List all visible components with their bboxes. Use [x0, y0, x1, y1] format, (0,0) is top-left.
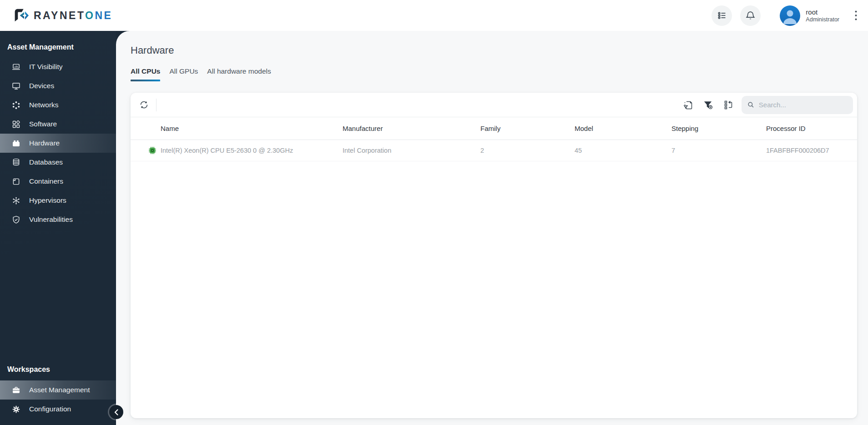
cell-family: 2 — [480, 147, 575, 154]
table-row[interactable]: Intel(R) Xeon(R) CPU E5-2630 0 @ 2.30GHz… — [131, 140, 857, 161]
cell-processor-id: 1FABFBFF000206D7 — [766, 147, 857, 154]
cell-manufacturer: Intel Corporation — [343, 147, 480, 154]
sidebar-collapse-button[interactable] — [109, 405, 123, 419]
workspace-item-asset-management[interactable]: Asset Management — [0, 380, 116, 400]
workspace-item-label: Asset Management — [29, 386, 90, 394]
column-chooser-button[interactable] — [720, 96, 737, 114]
notifications-button[interactable] — [740, 5, 761, 26]
grid-toolbar — [131, 93, 857, 117]
sidebar-item-hardware[interactable]: Hardware — [0, 134, 116, 153]
sidebar-item-label: Vulnerabilities — [29, 215, 73, 224]
sidebar-item-label: IT Visibility — [29, 63, 63, 71]
network-ring-icon — [11, 100, 21, 110]
filter-document-icon — [683, 100, 694, 110]
brand-word-primary: RAYNET — [34, 10, 85, 21]
column-header-family[interactable]: Family — [480, 125, 575, 132]
column-header-manufacturer[interactable]: Manufacturer — [343, 125, 480, 132]
person-icon — [780, 5, 800, 26]
briefcase-icon — [11, 385, 21, 395]
list-icon — [717, 10, 727, 21]
user-menu[interactable]: root Administrator — [780, 5, 839, 26]
hub-spokes-icon — [11, 195, 21, 205]
user-role: Administrator — [806, 16, 839, 23]
laptop-chart-icon — [11, 62, 21, 72]
sidebar-item-label: Hypervisors — [29, 196, 66, 205]
sidebar-item-software[interactable]: Software — [0, 115, 116, 134]
data-grid-card: Name Manufacturer Family Model Stepping … — [131, 93, 857, 418]
kebab-icon — [855, 10, 857, 20]
column-header-name[interactable]: Name — [161, 125, 343, 132]
brand-word-o: O — [85, 10, 95, 21]
sidebar-item-label: Software — [29, 120, 57, 128]
activity-list-button[interactable] — [712, 5, 732, 26]
search-box — [742, 96, 853, 114]
sidebar-item-containers[interactable]: Containers — [0, 172, 116, 191]
page-title: Hardware — [131, 45, 174, 56]
sidebar-item-vulnerabilities[interactable]: Vulnerabilities — [0, 210, 116, 229]
sidebar-item-label: Devices — [29, 82, 54, 90]
app-shell: Asset Management IT Visibility — [0, 31, 868, 425]
gear-icon — [11, 404, 21, 414]
column-header-model[interactable]: Model — [575, 125, 671, 132]
main-content: Hardware All CPUs All GPUs All hardware … — [116, 31, 868, 425]
sidebar-nav: IT Visibility Devices Ne — [0, 57, 116, 229]
refresh-button[interactable] — [135, 96, 152, 114]
tab-all-hardware-models[interactable]: All hardware models — [207, 67, 271, 80]
sidebar-item-label: Containers — [29, 177, 63, 185]
sidebar-item-label: Databases — [29, 158, 63, 166]
workspaces-section: Workspaces Asset Management — [0, 364, 116, 419]
sidebar-item-devices[interactable]: Devices — [0, 76, 116, 95]
column-header-stepping[interactable]: Stepping — [671, 125, 766, 132]
brand-wordmark: RAYNETONE — [34, 10, 112, 22]
cell-name: Intel(R) Xeon(R) CPU E5-2630 0 @ 2.30GHz — [161, 147, 343, 154]
cell-model: 45 — [575, 147, 671, 154]
table-header-row: Name Manufacturer Family Model Stepping … — [131, 117, 857, 140]
sidebar-item-hypervisors[interactable]: Hypervisors — [0, 191, 116, 210]
squares-diamond-icon — [11, 119, 21, 129]
chevron-left-icon — [114, 409, 118, 415]
hardware-case-icon — [11, 138, 21, 148]
cpu-chip-icon — [148, 146, 156, 155]
kebab-menu-button[interactable] — [853, 8, 859, 23]
topbar: RAYNETONE root Adm — [0, 0, 868, 31]
column-chooser-icon — [723, 100, 734, 110]
clear-filter-button[interactable] — [700, 96, 717, 114]
shield-check-icon — [11, 215, 21, 225]
sidebar-item-databases[interactable]: Databases — [0, 153, 116, 172]
sidebar-item-label: Networks — [29, 101, 59, 109]
search-icon — [747, 100, 755, 109]
row-icon-cell — [131, 146, 161, 155]
sidebar-item-it-visibility[interactable]: IT Visibility — [0, 57, 116, 76]
brand-word-ne: NE — [95, 10, 112, 21]
refresh-icon — [139, 100, 149, 110]
raynet-logo: RAYNETONE — [12, 7, 112, 24]
clear-filter-icon — [703, 100, 714, 110]
raynet-logo-mark — [12, 7, 29, 24]
user-text: root Administrator — [806, 8, 839, 23]
avatar — [780, 5, 800, 26]
user-name: root — [806, 8, 839, 16]
sidebar-item-networks[interactable]: Networks — [0, 95, 116, 115]
search-input[interactable] — [759, 101, 848, 109]
tab-all-gpus[interactable]: All GPUs — [169, 67, 198, 80]
workspace-item-label: Configuration — [29, 405, 71, 413]
toolbar-divider — [156, 99, 156, 111]
tab-bar: All CPUs All GPUs All hardware models — [131, 67, 271, 80]
container-box-icon — [11, 176, 21, 186]
bell-icon — [745, 10, 756, 21]
cell-stepping: 7 — [671, 147, 766, 154]
sidebar: Asset Management IT Visibility — [0, 31, 116, 425]
topbar-actions: root Administrator — [703, 5, 861, 26]
database-stack-icon — [11, 157, 21, 167]
sidebar-item-label: Hardware — [29, 139, 60, 147]
tab-all-cpus[interactable]: All CPUs — [131, 67, 160, 80]
sidebar-section-title: Asset Management — [0, 42, 116, 53]
column-header-processor-id[interactable]: Processor ID — [766, 125, 857, 132]
workspaces-title: Workspaces — [0, 364, 116, 375]
monitor-icon — [11, 81, 21, 91]
workspace-item-configuration[interactable]: Configuration — [0, 400, 116, 419]
filter-builder-button[interactable] — [680, 96, 697, 114]
